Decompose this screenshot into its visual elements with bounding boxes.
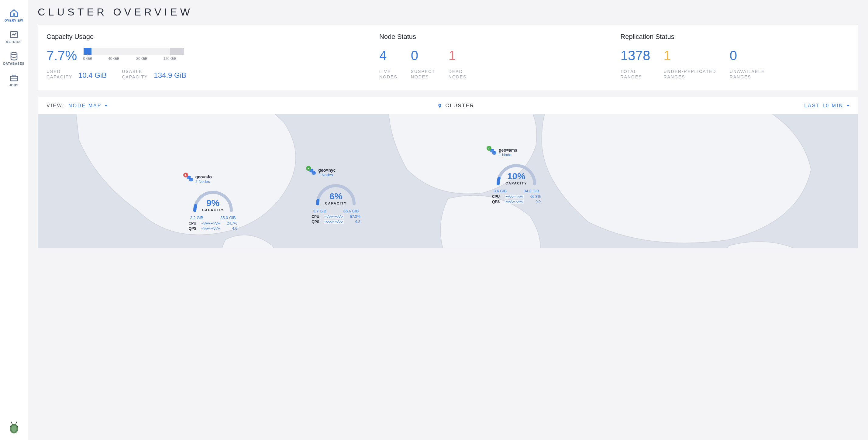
capacity-gauge: 10% CAPACITY: [494, 160, 539, 187]
gauge-percent: 9%: [206, 198, 219, 208]
database-cluster-icon: ✓: [308, 168, 316, 176]
qps-metric: QPS 9.3: [312, 220, 360, 224]
node-status-section: Node Status 4 LIVE NODES 0 SUSPECT NODES…: [379, 33, 609, 80]
sidebar: OVERVIEW METRICS DATABASES JOBS: [0, 0, 28, 440]
dead-nodes: 1 DEAD NODES: [448, 48, 467, 80]
gauge-percent: 6%: [330, 191, 343, 201]
database-icon: [9, 52, 19, 60]
node-map[interactable]: 1 geo=sfo 2 Nodes 9% CAPACITY 3.2 GiB35.…: [38, 114, 858, 248]
breadcrumb[interactable]: CLUSTER: [107, 103, 804, 109]
chevron-down-icon: [104, 105, 107, 107]
svg-line-5: [11, 422, 12, 424]
replication-section: Replication Status 1378 TOTAL RANGES 1 U…: [620, 33, 849, 80]
svg-line-6: [16, 422, 17, 424]
chevron-down-icon: [846, 105, 849, 107]
node-card-nyc[interactable]: ✓ geo=nyc 2 Nodes 6% CAPACITY 3.7 GiB65.…: [308, 168, 363, 225]
svg-point-1: [11, 53, 17, 55]
sidebar-item-jobs[interactable]: JOBS: [0, 70, 28, 91]
sidebar-item-metrics[interactable]: METRICS: [0, 26, 28, 48]
svg-rect-18: [505, 195, 524, 198]
sidebar-label: METRICS: [6, 40, 22, 44]
view-dropdown[interactable]: NODE MAP: [68, 103, 107, 108]
node-count: 2 Nodes: [318, 172, 336, 177]
node-count: 1 Node: [499, 153, 517, 157]
capacity-values: 3.6 GiB34.3 GiB: [494, 189, 539, 193]
node-card-ams[interactable]: ✓ geo=ams 1 Node 10% CAPACITY 3.6 GiB34.…: [489, 148, 544, 205]
main-content: CLUSTER OVERVIEW Capacity Usage 7.7% 0 G…: [28, 0, 868, 440]
node-title: geo=ams: [499, 148, 517, 153]
cpu-metric: CPU 57.3%: [312, 215, 360, 219]
sidebar-label: JOBS: [9, 84, 19, 87]
unavailable-ranges: 0 UNAVAILABLE RANGES: [730, 48, 765, 80]
gauge-label: CAPACITY: [505, 181, 527, 185]
capacity-percent: 7.7%: [46, 48, 77, 63]
map-panel: VIEW: NODE MAP CLUSTER LAST 10 MIN: [38, 97, 858, 248]
sidebar-item-overview[interactable]: OVERVIEW: [0, 5, 28, 26]
sidebar-label: DATABASES: [3, 62, 25, 65]
capacity-gauge: 9% CAPACITY: [190, 187, 236, 214]
node-card-sfo[interactable]: 1 geo=sfo 2 Nodes 9% CAPACITY 3.2 GiB35.…: [186, 175, 240, 231]
capacity-gauge: 6% CAPACITY: [313, 180, 359, 208]
live-nodes: 4 LIVE NODES: [379, 48, 398, 80]
app-logo: [7, 420, 21, 434]
home-icon: [9, 9, 19, 17]
capacity-values: 3.2 GiB35.0 GiB: [190, 215, 236, 220]
gauge-label: CAPACITY: [202, 208, 224, 212]
qps-metric: QPS 0.0: [492, 200, 541, 204]
usable-capacity-value: 134.9 GiB: [154, 71, 186, 80]
capacity-title: Capacity Usage: [46, 33, 367, 41]
metrics-icon: [9, 31, 19, 39]
view-label: VIEW:: [46, 103, 65, 108]
pin-icon: [437, 103, 442, 109]
usable-capacity-label: USABLE CAPACITY: [122, 69, 148, 80]
node-count: 2 Nodes: [195, 179, 212, 184]
briefcase-icon: [9, 74, 19, 82]
under-replicated-ranges: 1 UNDER-REPLICATED RANGES: [663, 48, 716, 80]
database-cluster-icon: ✓: [489, 148, 497, 156]
alert-badge: 1: [183, 172, 188, 178]
cpu-metric: CPU 66.3%: [492, 194, 541, 199]
qps-metric: QPS 4.6: [189, 226, 237, 231]
page-title: CLUSTER OVERVIEW: [38, 6, 858, 18]
svg-point-4: [11, 426, 17, 432]
gauge-label: CAPACITY: [325, 201, 347, 205]
suspect-nodes: 0 SUSPECT NODES: [411, 48, 435, 80]
used-capacity-value: 10.4 GiB: [79, 71, 107, 80]
capacity-values: 3.7 GiB65.6 GiB: [313, 209, 359, 213]
capacity-ticks: 0 GiB 40 GiB 80 GiB 120 GiB: [84, 57, 184, 63]
cpu-metric: CPU 24.7%: [189, 221, 237, 225]
time-range-dropdown[interactable]: LAST 10 MIN: [804, 103, 849, 108]
node-title: geo=nyc: [318, 168, 336, 172]
used-capacity-label: USED CAPACITY: [46, 69, 72, 80]
capacity-section: Capacity Usage 7.7% 0 GiB 40 GiB 80 GiB …: [46, 33, 367, 80]
capacity-meter: [84, 48, 184, 55]
node-title: geo=sfo: [195, 175, 212, 179]
overview-panel: Capacity Usage 7.7% 0 GiB 40 GiB 80 GiB …: [38, 25, 858, 91]
node-status-title: Node Status: [379, 33, 609, 41]
total-ranges: 1378 TOTAL RANGES: [620, 48, 650, 80]
replication-title: Replication Status: [620, 33, 849, 41]
sidebar-label: OVERVIEW: [5, 19, 23, 22]
sidebar-item-databases[interactable]: DATABASES: [0, 48, 28, 70]
database-cluster-icon: 1: [186, 175, 194, 182]
map-toolbar: VIEW: NODE MAP CLUSTER LAST 10 MIN: [38, 97, 858, 114]
gauge-percent: 10%: [507, 171, 525, 181]
